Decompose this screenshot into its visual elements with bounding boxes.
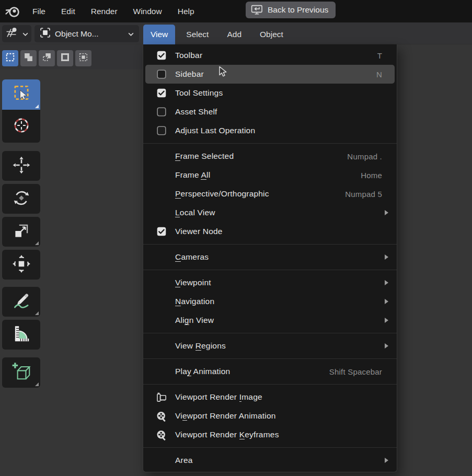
monitor-back-icon [251,5,263,15]
measure-tool-button[interactable] [2,320,40,350]
menu-item-adjust-last-operation[interactable]: Adjust Last Operation [145,121,395,140]
menu-item-label: Toolbar [175,51,202,60]
menu-item-frame-selected[interactable]: Frame SelectedNumpad . [145,147,395,166]
mode-extend-icon [24,52,33,64]
editor-type-selector[interactable] [2,25,31,42]
checkbox-unchecked-icon [156,69,167,79]
add-cube-icon [11,361,32,384]
menu-item-label: Viewport Render Keyframes [175,430,279,439]
viewport-header: Object Mo... ViewSelectAddObject [0,22,472,44]
menu-item-viewport-render-image[interactable]: Viewport Render Image [145,388,395,407]
menu-item-play-animation[interactable]: Play AnimationShift Spacebar [145,362,395,381]
measure-icon [11,324,31,346]
mode-set-icon [5,52,15,64]
mode-invert-icon [60,52,70,64]
object-mode-icon [40,27,51,40]
checkbox-checked-icon [156,227,167,236]
menu-item-label: Sidebar [175,69,204,79]
checkbox-unchecked-icon [156,107,167,117]
annotate-tool-button[interactable] [2,287,40,317]
submenu-arrow-icon [385,280,388,285]
select-box-icon [11,84,31,106]
topbar-menu-help[interactable]: Help [170,0,202,22]
menu-item-frame-all[interactable]: Frame AllHome [145,166,395,184]
submenu-arrow-icon [385,343,388,349]
select-mode-subtract-button[interactable] [39,50,55,66]
menu-item-sidebar[interactable]: SidebarN [145,65,395,84]
mode-selector[interactable]: Object Mo... [34,25,139,42]
tab-view[interactable]: View [143,25,175,44]
checkbox-checked-icon [156,51,167,60]
submenu-arrow-icon [385,210,388,215]
menu-item-label: Perspective/Orthographic [175,189,269,199]
tab-object[interactable]: Object [252,25,291,44]
subtool-corner-icon [35,241,39,245]
menu-separator [143,355,397,362]
submenu-arrow-icon [385,318,388,323]
menu-item-label: Local View [175,208,215,217]
menu-item-shortcut: Numpad 5 [345,190,382,199]
blender-logo-icon[interactable] [5,5,20,18]
menu-item-label: Area [175,456,193,465]
menu-item-label: Viewpoint [175,278,211,287]
menu-item-cameras[interactable]: Cameras [145,248,395,266]
menu-item-viewport-render-animation[interactable]: Viewport Render Animation [145,407,395,425]
topbar-menu-edit[interactable]: Edit [53,0,83,22]
select-mode-extend-button[interactable] [20,50,37,66]
tweak-select-box-tool-button[interactable] [2,79,40,110]
menu-separator [143,241,397,248]
submenu-arrow-icon [385,458,388,463]
checkbox-unchecked-icon [156,126,167,135]
menu-item-viewport-render-keyframes[interactable]: Viewport Render Keyframes [145,425,395,444]
select-mode-buttons [2,50,91,66]
menu-item-shortcut: Numpad . [347,152,382,161]
subtool-corner-icon [35,105,39,108]
cursor-tool-button[interactable] [2,110,40,143]
menu-item-label: Viewport Render Image [175,392,262,402]
select-mode-invert-button[interactable] [57,50,73,66]
menu-item-area[interactable]: Area [145,451,395,470]
menu-item-view-regions[interactable]: View Regions [145,336,395,355]
menu-item-viewpoint[interactable]: Viewpoint [145,273,395,292]
rotate-tool-button[interactable] [2,184,40,214]
menu-item-shortcut: Home [361,171,382,180]
add-cube-tool-button[interactable] [2,357,40,388]
tab-add[interactable]: Add [220,25,249,44]
mode-intersect-icon [78,52,88,64]
menu-item-tool-settings[interactable]: Tool Settings [145,84,395,102]
scale-tool-button[interactable] [2,217,40,247]
mode-subtract-icon [42,52,52,64]
scale-icon [11,221,31,243]
menu-item-perspective-orthographic[interactable]: Perspective/OrthographicNumpad 5 [145,184,395,203]
topbar-menu-window[interactable]: Window [125,0,170,22]
menu-item-toolbar[interactable]: ToolbarT [145,46,395,65]
menu-item-label: Navigation [175,297,214,306]
chevron-down-icon [22,29,28,39]
header-menus: ViewSelectAddObject [143,22,294,44]
select-mode-set-button[interactable] [2,50,18,66]
menu-separator [143,444,397,451]
cursor-icon [11,115,31,137]
menu-separator [143,140,397,147]
back-to-previous-button[interactable]: Back to Previous [246,2,336,18]
submenu-arrow-icon [385,254,388,260]
select-mode-intersect-button[interactable] [75,50,91,66]
subtool-corner-icon [35,382,39,386]
move-tool-button[interactable] [2,151,40,181]
topbar-menu-render[interactable]: Render [83,0,125,22]
menu-item-navigation[interactable]: Navigation [145,292,395,311]
tool-settings-bar [0,45,143,69]
submenu-arrow-icon [385,299,388,304]
transform-tool-button[interactable] [2,250,40,280]
menu-item-label: Asset Shelf [175,107,217,117]
topbar-menu-file[interactable]: File [25,0,53,22]
menu-item-label: View Regions [175,341,226,351]
menu-item-label: Play Animation [175,367,230,376]
menu-item-shortcut: T [377,51,382,60]
menu-item-local-view[interactable]: Local View [145,203,395,222]
menu-item-label: Adjust Last Operation [175,126,255,135]
menu-item-viewer-node[interactable]: Viewer Node [145,222,395,241]
tab-select[interactable]: Select [179,25,216,44]
menu-item-asset-shelf[interactable]: Asset Shelf [145,102,395,121]
menu-item-align-view[interactable]: Align View [145,311,395,330]
